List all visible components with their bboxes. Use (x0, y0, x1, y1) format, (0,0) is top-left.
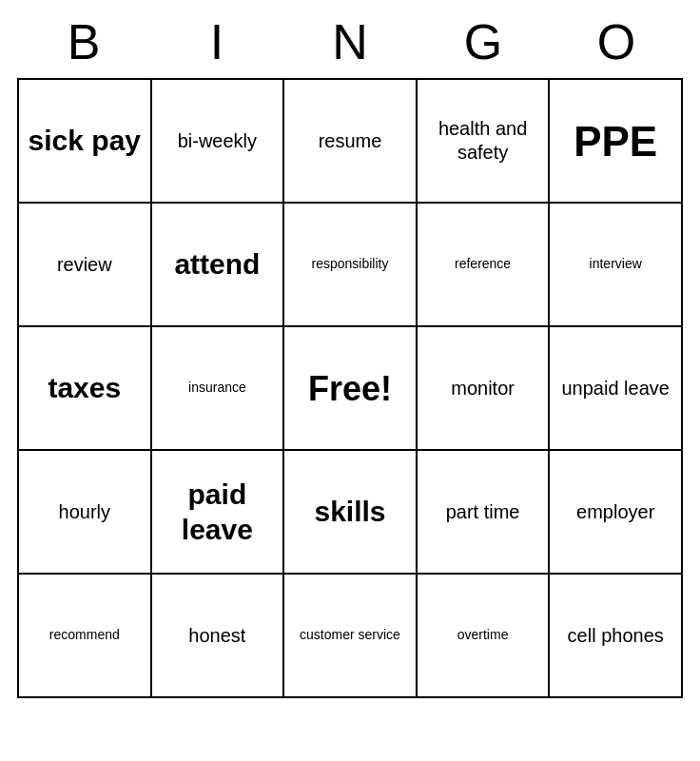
cell-text-16: paid leave (158, 477, 278, 548)
cell-text-19: employer (576, 500, 654, 524)
bingo-cell-19: employer (550, 451, 683, 575)
bingo-cell-1: bi-weekly (152, 80, 285, 204)
cell-text-0: sick pay (29, 123, 141, 159)
bingo-grid: sick paybi-weeklyresumehealth and safety… (17, 78, 683, 698)
cell-text-8: reference (455, 256, 511, 273)
cell-text-14: unpaid leave (561, 377, 669, 400)
bingo-cell-11: insurance (152, 327, 285, 451)
bingo-cell-22: customer service (284, 575, 418, 698)
cell-text-13: monitor (451, 377, 515, 400)
bingo-cell-15: hourly (19, 451, 152, 575)
cell-text-24: cell phones (568, 624, 664, 648)
cell-text-10: taxes (48, 370, 121, 406)
cell-text-17: skills (314, 494, 385, 530)
cell-text-5: review (57, 253, 112, 277)
bingo-card: BINGO sick paybi-weeklyresumehealth and … (17, 10, 683, 698)
header-letter-O: O (550, 10, 683, 74)
header-letter-G: G (417, 10, 550, 74)
bingo-header: BINGO (17, 10, 683, 74)
header-letter-B: B (17, 10, 150, 74)
bingo-cell-23: overtime (418, 575, 551, 698)
cell-text-21: honest (188, 624, 245, 648)
cell-text-4: PPE (574, 115, 657, 167)
cell-text-1: bi-weekly (178, 129, 257, 153)
bingo-cell-2: resume (284, 80, 418, 204)
bingo-cell-24: cell phones (550, 575, 683, 698)
bingo-cell-3: health and safety (418, 80, 551, 204)
bingo-cell-5: review (19, 204, 152, 327)
bingo-cell-13: monitor (418, 327, 551, 451)
cell-text-15: hourly (59, 500, 110, 524)
cell-text-18: part time (446, 500, 520, 524)
cell-text-12: Free! (308, 367, 392, 410)
bingo-cell-14: unpaid leave (550, 327, 683, 451)
bingo-cell-18: part time (418, 451, 551, 575)
header-letter-I: I (150, 10, 283, 74)
header-letter-N: N (283, 10, 417, 74)
bingo-cell-4: PPE (550, 80, 683, 204)
bingo-cell-8: reference (418, 204, 551, 327)
bingo-cell-6: attend (152, 204, 285, 327)
bingo-cell-16: paid leave (152, 451, 285, 575)
cell-text-3: health and safety (423, 117, 543, 165)
cell-text-7: responsibility (312, 256, 389, 273)
cell-text-23: overtime (457, 627, 509, 644)
bingo-cell-10: taxes (19, 327, 152, 451)
bingo-cell-17: skills (284, 451, 418, 575)
cell-text-6: attend (174, 246, 260, 283)
bingo-cell-21: honest (152, 575, 285, 698)
bingo-cell-0: sick pay (19, 80, 152, 204)
cell-text-2: resume (319, 129, 382, 153)
bingo-cell-7: responsibility (284, 204, 418, 327)
cell-text-9: interview (590, 256, 642, 273)
cell-text-11: insurance (188, 380, 246, 397)
cell-text-20: recommend (49, 627, 120, 644)
bingo-cell-9: interview (550, 204, 683, 327)
bingo-cell-20: recommend (19, 575, 152, 698)
cell-text-22: customer service (300, 627, 400, 644)
bingo-cell-12: Free! (284, 327, 418, 451)
